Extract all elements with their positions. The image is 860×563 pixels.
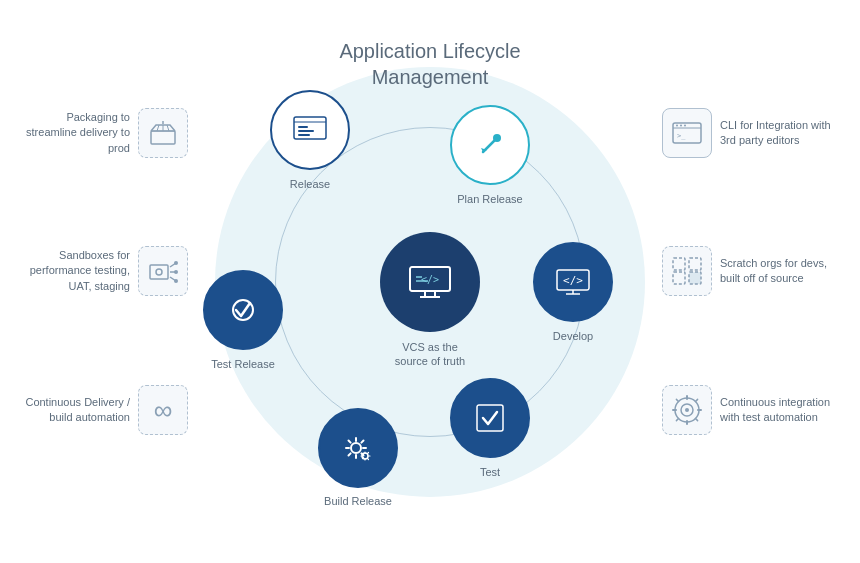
packaging-icon bbox=[138, 108, 188, 158]
node-test-release[interactable] bbox=[203, 270, 283, 350]
center-label: VCS as the source of truth bbox=[395, 340, 465, 369]
svg-text:>_: >_ bbox=[677, 132, 686, 140]
title-line1: Application Lifecycle bbox=[339, 40, 520, 62]
vcs-icon: </> bbox=[408, 265, 452, 299]
scratch-text: Scratch orgs for devs, built off of sour… bbox=[720, 256, 840, 287]
label-test: Test bbox=[480, 466, 500, 478]
ci-text: Continuous integration with test automat… bbox=[720, 395, 840, 426]
svg-rect-10 bbox=[298, 130, 314, 132]
label-test-release: Test Release bbox=[211, 358, 275, 370]
svg-point-41 bbox=[684, 125, 686, 127]
side-item-cd: ∞ Continuous Delivery / build automation bbox=[20, 385, 188, 435]
svg-line-26 bbox=[157, 125, 159, 131]
build-icon bbox=[340, 430, 376, 466]
svg-point-40 bbox=[680, 125, 682, 127]
svg-rect-19 bbox=[477, 405, 503, 431]
side-item-scratch: Scratch orgs for devs, built off of sour… bbox=[662, 246, 840, 296]
svg-rect-43 bbox=[673, 258, 685, 270]
node-develop[interactable]: </> bbox=[533, 242, 613, 322]
release-icon bbox=[293, 116, 327, 144]
svg-text:</>: </> bbox=[421, 274, 439, 285]
svg-line-54 bbox=[676, 399, 678, 401]
svg-rect-11 bbox=[298, 134, 310, 136]
label-plan: Plan Release bbox=[457, 193, 522, 205]
svg-rect-9 bbox=[298, 126, 308, 128]
center-node: </> bbox=[380, 232, 480, 332]
svg-rect-29 bbox=[150, 265, 168, 279]
svg-rect-23 bbox=[151, 131, 175, 144]
develop-icon: </> bbox=[556, 269, 590, 295]
cd-icon: ∞ bbox=[138, 385, 188, 435]
label-develop: Develop bbox=[553, 330, 593, 342]
test-icon bbox=[475, 403, 505, 433]
svg-text:</>: </> bbox=[563, 274, 583, 287]
packaging-text: Packaging to streamline delivery to prod bbox=[20, 110, 130, 156]
cli-icon: >_ bbox=[662, 108, 712, 158]
cli-text: CLI for Integration with 3rd party edito… bbox=[720, 118, 840, 149]
svg-line-57 bbox=[676, 419, 678, 421]
svg-point-49 bbox=[685, 408, 689, 412]
label-release: Release bbox=[290, 178, 330, 190]
cd-text: Continuous Delivery / build automation bbox=[20, 395, 130, 426]
svg-point-30 bbox=[156, 269, 162, 275]
side-item-packaging: Packaging to streamline delivery to prod bbox=[20, 108, 188, 158]
svg-point-39 bbox=[676, 125, 678, 127]
scratch-icon bbox=[662, 246, 712, 296]
label-build: Build Release bbox=[324, 495, 392, 507]
svg-rect-44 bbox=[689, 258, 701, 270]
side-item-ci: Continuous integration with test automat… bbox=[662, 385, 840, 435]
svg-point-35 bbox=[174, 270, 178, 274]
node-build[interactable] bbox=[318, 408, 398, 488]
svg-point-36 bbox=[174, 279, 178, 283]
test-release-icon bbox=[225, 292, 261, 328]
title-line2: Management bbox=[372, 66, 489, 88]
sandboxes-icon bbox=[138, 246, 188, 296]
svg-point-34 bbox=[174, 261, 178, 265]
sandboxes-text: Sandboxes for performance testing, UAT, … bbox=[20, 248, 130, 294]
node-release[interactable] bbox=[270, 90, 350, 170]
page-title: Application Lifecycle Management bbox=[339, 38, 520, 90]
svg-line-55 bbox=[696, 419, 698, 421]
node-plan[interactable] bbox=[450, 105, 530, 185]
svg-point-20 bbox=[351, 443, 361, 453]
ci-icon bbox=[662, 385, 712, 435]
svg-rect-46 bbox=[689, 272, 701, 284]
svg-line-56 bbox=[696, 399, 698, 401]
side-item-sandboxes: Sandboxes for performance testing, UAT, … bbox=[20, 246, 188, 296]
side-item-cli: >_ CLI for Integration with 3rd party ed… bbox=[662, 108, 840, 158]
node-test[interactable] bbox=[450, 378, 530, 458]
svg-point-13 bbox=[493, 134, 501, 142]
svg-line-27 bbox=[167, 125, 169, 131]
svg-rect-45 bbox=[673, 272, 685, 284]
plan-icon bbox=[475, 130, 505, 160]
diagram-container: Application Lifecycle Management </> VCS… bbox=[0, 0, 860, 563]
